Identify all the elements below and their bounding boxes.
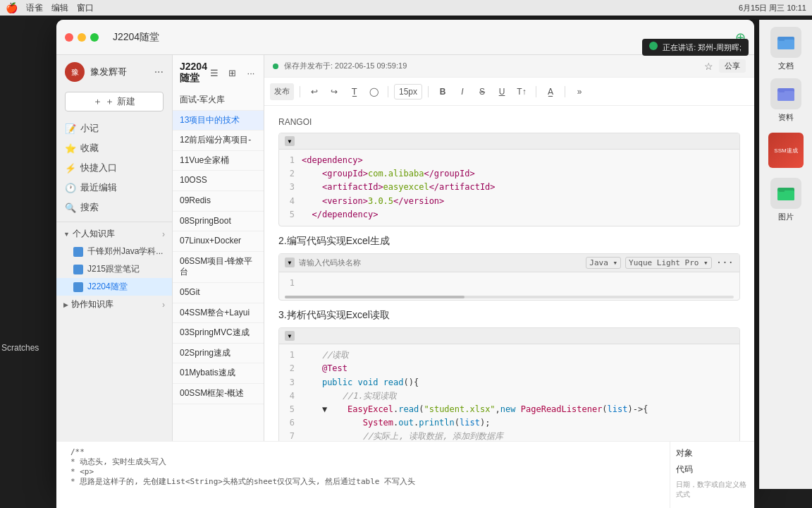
window-title: J2204随堂 xyxy=(113,31,159,44)
image-thumbnail[interactable]: SSM速成 xyxy=(768,133,804,168)
line-content: <version>3.0.5</version> xyxy=(302,195,734,208)
doc-item-09redis[interactable]: 09Redis xyxy=(173,191,264,212)
line-number: 3 xyxy=(285,376,295,389)
doc-item-12qh[interactable]: 12前后端分离项目- xyxy=(173,131,264,151)
collapse-btn-2[interactable]: ▼ xyxy=(285,258,295,267)
undo-btn[interactable]: ↩ xyxy=(306,83,323,100)
close-button[interactable] xyxy=(65,33,73,42)
publish-actions: ☆ 公享 xyxy=(704,59,746,73)
more-button[interactable]: ··· xyxy=(154,66,164,78)
line-number: 1 xyxy=(285,154,295,167)
sidebar-item-recent[interactable]: 🕐 最近编辑 xyxy=(56,178,172,198)
grid-view-btn[interactable]: ⊞ xyxy=(226,66,240,80)
doc-item-02spring[interactable]: 02Spring速成 xyxy=(173,344,264,364)
star-button[interactable]: ☆ xyxy=(704,61,713,72)
right-panel-material[interactable]: 资料 xyxy=(765,78,807,123)
doc-item-13xm[interactable]: 13项目中的技术 xyxy=(173,111,264,131)
code-line-r2: 2 @Test xyxy=(285,362,734,375)
collapse-btn-3[interactable]: ▼ xyxy=(285,331,295,341)
menu-edit[interactable]: 编辑 xyxy=(51,2,68,14)
arrow-right-icon: ▶ xyxy=(63,301,68,308)
middle-title: J2204随堂 xyxy=(180,61,207,85)
minimize-button[interactable] xyxy=(78,33,86,42)
line-content: //读取 xyxy=(302,349,734,362)
material-folder-label: 资料 xyxy=(778,112,794,123)
format-btn[interactable]: T̲ xyxy=(345,83,362,100)
line-content: <groupId>com.alibaba</groupId> xyxy=(302,167,734,181)
mic-indicator xyxy=(649,42,658,50)
doc-item-title: 06SSM项目-锋燎平台 xyxy=(180,256,257,278)
collapse-btn[interactable]: ▼ xyxy=(285,136,295,146)
content-scroll[interactable]: RANGOI ▼ 1 <dependency> 2 <groupId>co xyxy=(264,106,754,472)
doc-item-06ssm[interactable]: 06SSM项目-锋燎平台 xyxy=(173,252,264,283)
line-number: 5 xyxy=(285,403,295,416)
code-line-empty: 1 xyxy=(285,277,734,290)
sidebar-item-favorites[interactable]: ⭐ 收藏 xyxy=(56,138,172,158)
strike-btn[interactable]: S xyxy=(474,83,491,100)
doc-item-04ssm[interactable]: 04SSM整合+Layui xyxy=(173,303,264,324)
line-content: public void read(){ xyxy=(302,376,734,389)
menu-yuque[interactable]: 语雀 xyxy=(26,2,43,14)
publish-btn[interactable]: 发布 xyxy=(270,83,294,100)
code-name-input[interactable] xyxy=(299,258,582,267)
doc-item-08sb[interactable]: 08SpringBoot xyxy=(173,212,264,232)
emoji-btn[interactable]: ◯ xyxy=(365,83,382,100)
right-col-label2: 代码 xyxy=(676,464,749,476)
font-size-selector[interactable]: 15px xyxy=(394,84,422,99)
theme-select[interactable]: Yuque Light Pro ▾ xyxy=(625,257,712,269)
personal-group-more[interactable]: › xyxy=(162,229,165,239)
code-line-r3: 3 public void read(){ xyxy=(285,376,734,389)
code-line-5: 5 </dependency> xyxy=(285,208,734,222)
fullscreen-button[interactable] xyxy=(90,33,99,42)
doc-item-title: 11Vue全家桶 xyxy=(180,155,257,167)
recent-icon: 🕐 xyxy=(65,183,76,193)
share-button[interactable]: 公享 xyxy=(719,59,746,73)
superscript-btn[interactable]: T↑ xyxy=(513,83,530,100)
sidebar-group-collab[interactable]: ▶ 协作知识库 › xyxy=(56,296,172,313)
doc-item-title: 08SpringBoot xyxy=(180,216,257,227)
doc-item-03mvc[interactable]: 03SpringMVC速成 xyxy=(173,323,264,344)
line-content[interactable] xyxy=(302,277,734,290)
doc-item-mianshi[interactable]: 面试-军火库 xyxy=(173,90,264,111)
right-panel-doc[interactable]: 文档 xyxy=(765,27,807,71)
scrollbar-thumb[interactable] xyxy=(285,296,465,298)
sidebar-sub-j2204[interactable]: J2204随堂 xyxy=(56,278,172,296)
menu-window[interactable]: 窗口 xyxy=(77,2,94,14)
doc-item-07linux[interactable]: 07Linux+Docker xyxy=(173,231,264,252)
java-lang-select[interactable]: Java ▾ xyxy=(586,257,621,269)
doc-item-10oss[interactable]: 10OSS xyxy=(173,171,264,191)
doc-item-00ssm[interactable]: 00SSM框架-概述 xyxy=(173,384,264,404)
svg-rect-7 xyxy=(777,190,794,200)
more-actions-btn[interactable]: ··· xyxy=(244,66,258,80)
doc-folder-icon xyxy=(770,27,801,58)
sidebar-group-personal[interactable]: ▼ 个人知识库 › xyxy=(56,225,172,243)
search-label: 搜索 xyxy=(80,201,99,214)
new-button[interactable]: ＋ ＋ 新建 xyxy=(65,92,164,111)
sidebar-item-notes[interactable]: 📝 小记 xyxy=(56,119,172,138)
redo-btn[interactable]: ↪ xyxy=(326,83,343,100)
sidebar-item-quick[interactable]: ⚡ 快捷入口 xyxy=(56,158,172,178)
list-view-btn[interactable]: ☰ xyxy=(207,66,221,80)
underline-btn[interactable]: U xyxy=(493,83,510,100)
middle-panel: J2204随堂 ☰ ⊞ ··· 面试-军火库 13项目中的技术 12前后端分离项… xyxy=(173,55,264,489)
sidebar-sub-j215[interactable]: J215跟堂笔记 xyxy=(56,260,172,278)
doc-item-01mb[interactable]: 01Mybatis速成 xyxy=(173,363,264,384)
doc-item-title: 07Linux+Docker xyxy=(180,236,257,247)
collab-group-more[interactable]: › xyxy=(162,300,165,310)
bold-btn[interactable]: B xyxy=(434,83,451,100)
code-block-header-2: ▼ Java ▾ Yuque Light Pro ▾ ··· xyxy=(279,254,739,272)
code-scrollbar[interactable] xyxy=(285,296,734,298)
publish-indicator xyxy=(273,64,278,69)
sidebar-item-search[interactable]: 🔍 搜索 xyxy=(56,198,172,217)
italic-btn[interactable]: I xyxy=(454,83,471,100)
apple-menu[interactable]: 🍎 xyxy=(6,2,18,13)
font-color-btn[interactable]: A̲ xyxy=(542,83,559,100)
more-toolbar-btn[interactable]: » xyxy=(571,83,588,100)
doc-item-05git[interactable]: 05Git xyxy=(173,283,264,303)
right-panel-image[interactable]: 图片 xyxy=(765,178,807,222)
code-more-btn[interactable]: ··· xyxy=(716,257,734,268)
code-block-header: ▼ xyxy=(279,133,739,150)
line-number: 3 xyxy=(285,181,295,194)
sidebar-sub-java1[interactable]: 千锋郑州Java学科... xyxy=(56,243,172,260)
doc-item-11vue[interactable]: 11Vue全家桶 xyxy=(173,151,264,171)
